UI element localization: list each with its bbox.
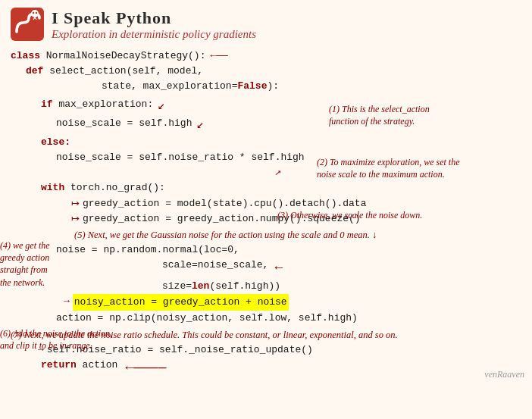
code-line-class: class NormalNoiseDecayStrategy(): ←—— xyxy=(11,48,521,64)
code-line-with: with torch.no_grad(): xyxy=(11,180,521,195)
code-line-params: state, max_exploration=False): xyxy=(11,79,521,94)
svg-rect-0 xyxy=(11,8,44,41)
arrow3: ↗ xyxy=(11,165,283,180)
subtitle: Exploration in deterministic policy grad… xyxy=(52,28,256,41)
header: I Speak Python Exploration in determinis… xyxy=(0,0,532,44)
svg-point-3 xyxy=(36,12,37,14)
code-line-def: def select_action(self, model, xyxy=(11,64,521,79)
svg-point-2 xyxy=(33,12,34,14)
snake-icon xyxy=(11,8,44,41)
annotation-2: (2) To maximize exploration, we set then… xyxy=(317,156,525,180)
annotation-4: (4) we get thegreedy actionstraight from… xyxy=(0,239,102,289)
code-line-noisy: → noisy_action = greedy_action + noise xyxy=(64,294,521,311)
code-line-return: return action ←———— xyxy=(11,358,521,379)
annotation-6: (6) Add the noise to the action,and clip… xyxy=(0,327,152,352)
code-line-else: else: xyxy=(11,135,521,150)
annotation-1: (1) This is the select_actionfunction of… xyxy=(329,103,526,127)
code-line-action: action = np.clip(noisy_action, self.low,… xyxy=(11,311,521,326)
header-text: I Speak Python Exploration in determinis… xyxy=(52,8,256,41)
watermark: venRaaven xyxy=(484,369,524,380)
svg-point-1 xyxy=(31,10,39,17)
annotation-3: (3) Otherwise, we scale the noise down. xyxy=(277,209,512,221)
site-title: I Speak Python xyxy=(52,8,256,28)
